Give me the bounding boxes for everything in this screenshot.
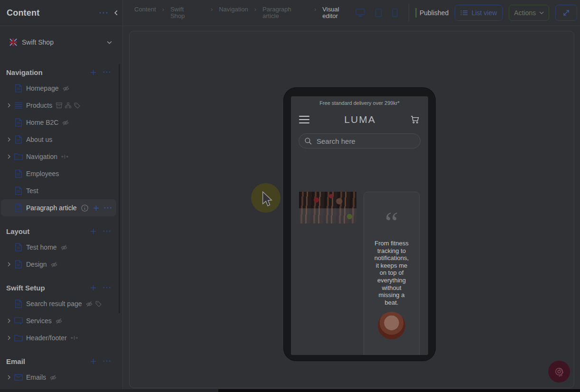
sidebar-item-emails[interactable]: Emails xyxy=(1,369,116,386)
section-email: Email Emails xyxy=(0,354,117,386)
sidebar-item-home-b2c[interactable]: Home B2C xyxy=(1,114,116,131)
sidebar-item-header-footer[interactable]: Header/footer xyxy=(1,329,116,346)
sitemap-icon xyxy=(65,103,71,108)
list-view-button[interactable]: List view xyxy=(455,5,503,21)
hidden-eye-slash-icon xyxy=(62,120,69,126)
tablet-icon[interactable] xyxy=(375,9,382,17)
mobile-preview-frame: Free standard delivery over 299kr* LUMA … xyxy=(284,88,435,361)
section-layout: Layout Test home Design xyxy=(0,224,117,273)
uk-flag-icon xyxy=(9,38,17,46)
document-icon xyxy=(14,260,23,269)
breadcrumb-content[interactable]: Content xyxy=(134,6,156,13)
status-color-bar xyxy=(415,8,417,18)
add-icon[interactable] xyxy=(90,285,96,291)
shop-search-input[interactable]: Search here xyxy=(299,133,421,149)
sidebar-header: Content xyxy=(0,0,122,26)
testimonial-card: “ From fitness tracking to notifications… xyxy=(364,192,420,355)
sidebar-scrollbar[interactable] xyxy=(119,64,120,313)
cart-icon[interactable] xyxy=(411,115,420,124)
breadcrumb-navigation[interactable]: Navigation xyxy=(219,6,248,13)
content-sidebar: Content Swift Shop Navigation xyxy=(0,0,123,389)
workspace-selector[interactable]: Swift Shop xyxy=(6,34,116,50)
section-label: Email xyxy=(6,357,25,365)
chevron-down-icon xyxy=(539,11,544,14)
hidden-eye-slash-icon xyxy=(56,318,62,324)
topbar: Content › Swift Shop › Navigation › Para… xyxy=(123,0,580,26)
sidebar-item-products[interactable]: Products xyxy=(1,97,116,114)
more-icon[interactable] xyxy=(103,230,111,232)
chevron-right-icon[interactable] xyxy=(8,375,10,380)
actions-button[interactable]: Actions xyxy=(509,5,549,21)
breadcrumb: Content › Swift Shop › Navigation › Para… xyxy=(134,6,343,19)
more-icon[interactable] xyxy=(103,71,111,73)
breadcrumb-separator: › xyxy=(314,6,316,13)
sidebar-item-services[interactable]: Services xyxy=(1,312,116,329)
bottom-strip xyxy=(0,389,218,392)
chevron-right-icon[interactable] xyxy=(8,262,10,267)
sidebar-item-about-us[interactable]: About us xyxy=(1,131,116,148)
split-arrows-icon xyxy=(71,336,78,340)
mobile-preview-screen: Free standard delivery over 299kr* LUMA … xyxy=(291,96,428,355)
hidden-eye-slash-icon xyxy=(51,261,57,268)
shop-logo[interactable]: LUMA xyxy=(309,114,411,125)
document-icon xyxy=(14,118,23,127)
topbar-controls: Published List view Actions xyxy=(355,4,577,22)
mobile-icon[interactable] xyxy=(392,9,398,17)
folder-icon xyxy=(14,334,23,342)
divider xyxy=(409,4,409,22)
shop-header: LUMA xyxy=(291,112,428,127)
search-icon xyxy=(305,138,312,145)
hidden-eye-slash-icon xyxy=(86,301,93,307)
quote-mark: “ xyxy=(364,205,419,234)
hidden-eye-slash-icon xyxy=(50,374,56,381)
add-icon[interactable] xyxy=(90,69,96,75)
add-icon[interactable] xyxy=(93,205,99,211)
document-icon xyxy=(14,84,23,93)
sidebar-item-test[interactable]: Test xyxy=(1,182,116,199)
more-icon[interactable] xyxy=(104,207,112,209)
more-icon[interactable] xyxy=(103,287,111,289)
settings-fab[interactable] xyxy=(548,361,570,383)
delivery-banner: Free standard delivery over 299kr* xyxy=(291,100,428,106)
chevron-down-icon xyxy=(107,41,112,44)
search-placeholder: Search here xyxy=(317,137,355,145)
add-icon[interactable] xyxy=(90,358,96,364)
window-icon xyxy=(14,317,23,325)
split-arrows-icon xyxy=(61,154,68,159)
sidebar-item-employees[interactable]: Employees xyxy=(1,165,116,182)
add-icon[interactable] xyxy=(90,228,96,234)
breadcrumb-separator: › xyxy=(211,6,213,13)
breadcrumb-paragraph-article[interactable]: Paragraph article xyxy=(262,6,293,19)
section-swift-setup: Swift Setup Search result page xyxy=(0,280,117,346)
fullscreen-button[interactable] xyxy=(555,5,577,21)
chevron-right-icon[interactable] xyxy=(8,137,10,142)
chevron-right-icon[interactable] xyxy=(8,103,10,108)
chevron-right-icon[interactable] xyxy=(8,154,10,159)
more-icon[interactable] xyxy=(103,360,111,362)
desktop-icon[interactable] xyxy=(355,9,365,17)
section-label: Navigation xyxy=(6,68,43,76)
document-icon xyxy=(14,135,23,144)
sidebar-item-test-home[interactable]: Test home xyxy=(1,239,116,256)
sidebar-item-paragraph-article[interactable]: Paragraph article xyxy=(1,199,116,216)
breadcrumb-swift-shop[interactable]: Swift Shop xyxy=(170,6,191,19)
sidebar-collapse-icon[interactable] xyxy=(114,10,118,16)
sidebar-item-homepage[interactable]: Homepage xyxy=(1,80,116,97)
sidebar-title: Content xyxy=(7,8,39,18)
chevron-right-icon[interactable] xyxy=(8,336,10,340)
hamburger-menu-icon[interactable] xyxy=(299,116,309,123)
section-label: Swift Setup xyxy=(6,284,45,292)
mouse-cursor xyxy=(262,191,272,206)
info-icon[interactable] xyxy=(81,205,88,212)
document-icon xyxy=(14,299,23,308)
chevron-right-icon[interactable] xyxy=(8,318,10,323)
sidebar-item-design[interactable]: Design xyxy=(1,256,116,273)
sidebar-more-icon[interactable] xyxy=(99,12,108,14)
testimonial-text: From fitness tracking to notifications, … xyxy=(374,240,409,306)
document-icon xyxy=(14,204,23,212)
sidebar-item-search-result-page[interactable]: Search result page xyxy=(1,295,116,312)
testimonial-avatar xyxy=(378,312,405,339)
sidebar-item-navigation[interactable]: Navigation xyxy=(1,148,116,165)
workspace-name: Swift Shop xyxy=(22,38,54,46)
app-root: Content Swift Shop Navigation xyxy=(0,0,580,392)
